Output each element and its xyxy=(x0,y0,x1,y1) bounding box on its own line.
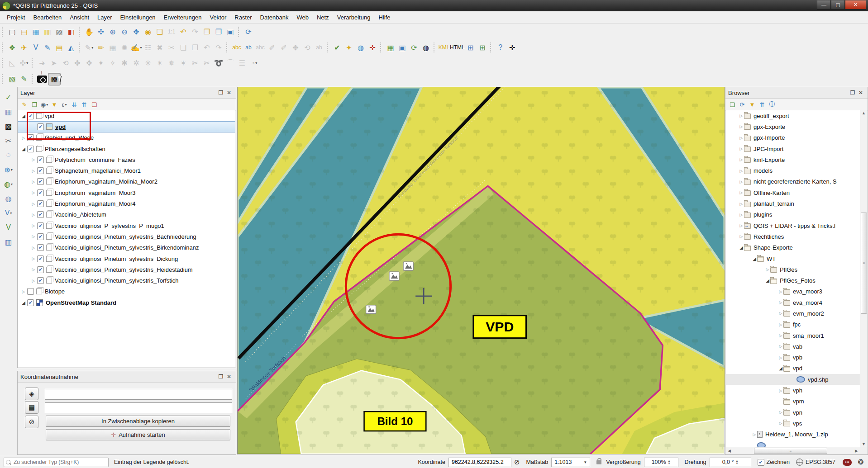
browser-tree-row[interactable]: ▷fpc xyxy=(726,319,860,330)
collapse-all-icon[interactable]: ⇈ xyxy=(79,99,89,109)
mergin-sync-icon[interactable]: ⟳ xyxy=(408,42,420,53)
browser-tree-row[interactable]: ▷kml-Exporte xyxy=(726,154,860,165)
maximize-button[interactable]: ▢ xyxy=(831,0,845,9)
browser-tree-row[interactable]: ▷vph xyxy=(726,385,860,396)
save-project-icon[interactable]: ▦ xyxy=(30,26,42,38)
layer-tree-row[interactable]: ▷✔Vaccinio_uliginosi_Pinetum_sylvestris_… xyxy=(18,264,235,275)
expander-icon[interactable]: ▷ xyxy=(739,169,744,173)
expander-icon[interactable]: ◢ xyxy=(21,147,26,151)
locator-search[interactable] xyxy=(4,458,109,467)
tasks-icon[interactable]: ❂ xyxy=(857,459,864,466)
messages-bubble-icon[interactable]: ••• xyxy=(843,459,852,466)
advanced-more-icon[interactable]: ◔▾ xyxy=(248,57,260,69)
toggle-editing-icon[interactable]: ✏ xyxy=(95,42,107,53)
split-features-icon[interactable]: ✵ xyxy=(166,57,177,69)
digitize-check-icon[interactable]: ✓ xyxy=(3,91,14,103)
browser-tree-row[interactable]: ▷sma_moor1 xyxy=(726,330,860,341)
dark-grid-icon[interactable]: ▩ xyxy=(3,120,14,132)
expander-icon[interactable]: ◢ xyxy=(739,245,744,250)
zoom-in-icon[interactable]: ⊕ xyxy=(107,26,119,38)
clip-tool-icon[interactable]: ✂ xyxy=(3,135,14,147)
highlight-labels-icon[interactable]: ✐ xyxy=(278,42,290,53)
manage-map-themes-icon[interactable]: ◉▾ xyxy=(39,99,49,109)
pan-to-selection-icon[interactable]: ✣ xyxy=(95,26,107,38)
expander-icon[interactable]: ▷ xyxy=(778,388,783,393)
expander-icon[interactable]: ▷ xyxy=(778,289,783,294)
show-layout-manager-icon[interactable]: ▨ xyxy=(53,26,65,38)
zoom-next-icon[interactable]: ↷ xyxy=(189,26,201,38)
expander-icon[interactable]: ▷ xyxy=(31,234,36,239)
close-button[interactable]: ✕ xyxy=(845,0,866,9)
render-checkbox[interactable]: ✔ xyxy=(758,459,764,466)
rotate-feature-icon[interactable]: ⟲ xyxy=(60,57,72,69)
menu-datenbank[interactable]: Datenbank xyxy=(256,12,293,23)
delete-part-icon[interactable]: ✲ xyxy=(130,57,142,69)
map-tips-icon[interactable]: ✦ xyxy=(343,42,355,53)
title-bar[interactable]: *QGIS für Pilzfreunde 25 - QGIS — ▢ ✕ xyxy=(0,0,868,11)
globe-tool-2-icon[interactable]: ◍ xyxy=(3,193,14,204)
zoom-to-selection-icon[interactable]: ◉ xyxy=(142,26,154,38)
layer-checkbox[interactable]: ✔ xyxy=(37,211,44,218)
pin-labels-icon[interactable]: ✐ xyxy=(266,42,278,53)
browser-horizontal-scrollbar[interactable]: ◀ ≡ ▶ xyxy=(726,447,860,454)
grid-tools-icon[interactable]: ⊞ xyxy=(465,42,477,53)
browser-tree-row[interactable]: ▷Rechtliches xyxy=(726,231,860,242)
menu-projekt[interactable]: Projekt xyxy=(3,12,29,23)
layer-tree-row[interactable]: ▷✔Sphagnetum_magellanici_Moor1 xyxy=(18,165,235,176)
open-project-icon[interactable]: ▤ xyxy=(18,26,30,38)
layer-tree-row[interactable]: ▷✔Vaccinio_uliginosi_P_sylvestris_P_mugo… xyxy=(18,220,235,231)
filter-browser-icon[interactable]: ▼ xyxy=(747,99,757,109)
photo2shape-import-icon[interactable] xyxy=(36,73,48,85)
browser-tree-row[interactable]: ▷geotiff_export xyxy=(726,110,860,121)
offline-editing-icon[interactable]: ▣ xyxy=(396,42,408,53)
vector-tool-1-icon[interactable]: V▾ xyxy=(3,207,14,219)
browser-tree-row[interactable]: vpd.shp xyxy=(726,374,860,385)
expander-icon[interactable]: ▷ xyxy=(739,113,744,118)
browser-tree-row[interactable]: ▷plugins xyxy=(726,209,860,220)
expander-icon[interactable]: ◢ xyxy=(765,278,770,283)
browser-tree-row[interactable]: ▷planlauf_terrain xyxy=(726,198,860,209)
menu-netz[interactable]: Netz xyxy=(313,12,333,23)
layer-checkbox[interactable]: ✔ xyxy=(27,146,34,152)
browser-tree-row[interactable]: ▷vab xyxy=(726,341,860,352)
crs-picker-icon[interactable]: ◈ xyxy=(25,388,38,400)
layer-checkbox[interactable]: ✔ xyxy=(27,299,34,306)
expander-icon[interactable]: ◢ xyxy=(21,113,26,118)
refresh-map-icon[interactable]: ⟳ xyxy=(243,26,254,38)
layer-checkbox[interactable]: ✔ xyxy=(37,255,44,262)
expander-icon[interactable]: ▷ xyxy=(778,344,783,349)
expander-icon[interactable]: ▷ xyxy=(739,136,744,140)
simplify-feature-icon[interactable]: ✤ xyxy=(72,57,83,69)
expander-icon[interactable]: ▷ xyxy=(31,223,36,228)
browser-tree-row[interactable]: ▷gpx-Exporte xyxy=(726,121,860,132)
new-map-view-icon[interactable]: ❐ xyxy=(201,26,213,38)
expander-icon[interactable]: ▷ xyxy=(778,333,783,338)
labeling-rules-icon[interactable]: abc xyxy=(254,42,266,53)
style-manager-icon[interactable]: ◧ xyxy=(65,26,77,38)
layer-checkbox[interactable]: ✔ xyxy=(37,178,44,185)
offset-curve-icon[interactable]: ✴ xyxy=(154,57,166,69)
add-selected-layers-icon[interactable]: ❏ xyxy=(727,99,737,109)
current-edits-icon[interactable]: ✎▾ xyxy=(83,42,95,53)
redo-icon[interactable]: ↷ xyxy=(213,42,224,53)
browser-tree-row[interactable]: vpm xyxy=(726,396,860,407)
globe-tool-1-icon[interactable]: ◍▾ xyxy=(3,178,14,190)
expander-icon[interactable]: ▷ xyxy=(739,234,744,239)
zoom-to-layer-icon[interactable]: ❏ xyxy=(154,26,166,38)
horizontal-scroll-thumb[interactable]: ≡ xyxy=(754,448,827,454)
menu-raster[interactable]: Raster xyxy=(230,12,256,23)
collapse-all-browser-icon[interactable]: ⇈ xyxy=(757,99,767,109)
scroll-up-icon[interactable]: ▲ xyxy=(860,111,867,115)
cad-tools-icon[interactable]: ◺ xyxy=(6,57,18,69)
scale-combobox[interactable]: 1:1013 ▼ xyxy=(551,458,590,467)
spatialite-grid-icon[interactable]: ▦ xyxy=(3,106,14,118)
browser-float-icon[interactable]: ❐ xyxy=(849,89,857,96)
expander-icon[interactable]: ▷ xyxy=(739,223,744,228)
split-parts-icon[interactable]: ✶ xyxy=(177,57,189,69)
search-input[interactable] xyxy=(13,459,106,466)
add-group-icon[interactable]: ❒ xyxy=(29,99,39,109)
change-label-icon[interactable]: ab xyxy=(313,42,325,53)
new-print-layout-icon[interactable]: ▥ xyxy=(42,26,53,38)
expander-icon[interactable]: ▷ xyxy=(765,267,770,272)
measure-tool-icon[interactable]: ◌ xyxy=(3,149,14,161)
